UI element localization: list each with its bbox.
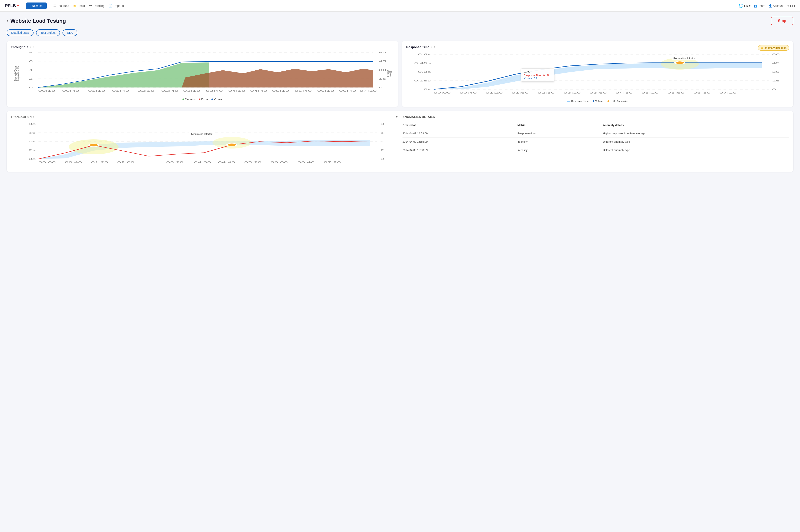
folder-icon: 📁 xyxy=(73,4,77,7)
svg-text:4: 4 xyxy=(380,140,384,143)
svg-text:60: 60 xyxy=(379,52,386,54)
anomaly-details-section: ANOMALIES DETAILS Created at Metric Anom… xyxy=(402,115,789,168)
cell-metric: Response time xyxy=(517,129,603,138)
table-body: 2014-04-03 14:58:09 Response time Higher… xyxy=(402,129,789,154)
svg-text:8: 8 xyxy=(380,123,384,125)
svg-text:15: 15 xyxy=(379,78,386,80)
back-button[interactable]: ‹ xyxy=(7,19,8,23)
table-row: 2014-04-03 14:58:09 Response time Higher… xyxy=(402,129,789,138)
col-details: Anomaly details xyxy=(603,122,789,129)
anomaly-detection-badge[interactable]: ⚙ anomaly detection xyxy=(758,45,789,51)
response-info-icon[interactable]: ? xyxy=(431,45,433,49)
team-label: Team xyxy=(758,4,765,7)
table-row: 2014-04-03 16:58:09 Intensity Different … xyxy=(402,138,789,146)
svg-text:02:30: 02:30 xyxy=(537,92,555,94)
svg-point-79 xyxy=(227,143,236,146)
response-time-chart: 0.6s 0.45s 0.3s 0.15s 0s 60 45 30 15 0 xyxy=(406,52,789,98)
svg-text:2: 2 xyxy=(29,78,33,80)
legend-response-vusers: VUsers xyxy=(593,100,603,103)
throughput-info-icon[interactable]: ? xyxy=(30,45,32,49)
header-right: 🌐 EN ▾ 👥 Team 👤 Account ↪ Exit xyxy=(739,3,795,8)
charts-row: Throughput ? ✦ 8 6 4 2 0 xyxy=(7,41,793,107)
throughput-loading-icon: ✦ xyxy=(33,45,35,49)
svg-text:03:50: 03:50 xyxy=(590,92,607,94)
transaction-select: TRANSACTION 2 ▾ xyxy=(11,115,398,118)
svg-text:0.45s: 0.45s xyxy=(414,62,431,64)
exit-link[interactable]: ↪ Exit xyxy=(787,4,795,7)
response-time-svg: 0.6s 0.45s 0.3s 0.15s 0s 60 45 30 15 0 xyxy=(406,52,789,98)
nav-reports[interactable]: 📄 Reports xyxy=(107,3,126,9)
language-selector[interactable]: 🌐 EN ▾ xyxy=(739,3,750,8)
svg-text:00:40: 00:40 xyxy=(62,90,79,92)
transaction-dropdown-icon[interactable]: ▾ xyxy=(396,115,398,118)
throughput-legend: Requests Errors VUsers xyxy=(11,98,394,101)
logo-text: PFLB xyxy=(5,3,16,8)
svg-text:05:10: 05:10 xyxy=(642,92,659,94)
svg-text:01:50: 01:50 xyxy=(512,92,529,94)
response-time-card: Response Time ? ✦ ⚙ anomaly detection xyxy=(402,41,793,107)
svg-text:00:40: 00:40 xyxy=(65,161,82,164)
page-title-area: ‹ Website Load Testing xyxy=(7,18,66,24)
tab-detailed-stats[interactable]: Detailed stats xyxy=(7,30,34,36)
tab-test-project[interactable]: Test project xyxy=(36,30,60,36)
svg-text:0.6s: 0.6s xyxy=(418,53,431,56)
header: PFLB+ + New test ☰ Test runs 📁 Tests 〜 T… xyxy=(0,0,800,12)
nav-tests[interactable]: 📁 Tests xyxy=(72,3,87,9)
svg-text:02:00: 02:00 xyxy=(117,161,134,164)
throughput-chart: 8 6 4 2 0 60 45 30 15 0 xyxy=(11,51,394,96)
svg-text:VUsers: VUsers xyxy=(385,70,393,77)
cell-metric: Intensity xyxy=(517,138,603,146)
legend-errors: Errors xyxy=(199,98,208,101)
page-content: ‹ Website Load Testing Stop Detailed sta… xyxy=(0,12,800,177)
transaction-svg: 8s 6s 4s 2s 0s 8 6 4 2 0 xyxy=(11,122,398,168)
errors-dot xyxy=(199,98,201,100)
trending-icon: 〜 xyxy=(89,4,92,8)
account-icon: 👤 xyxy=(768,4,772,7)
svg-text:0.15s: 0.15s xyxy=(414,80,431,82)
lang-label: EN xyxy=(744,4,748,7)
page-header: ‹ Website Load Testing Stop xyxy=(7,17,793,25)
response-loading-icon: ✦ xyxy=(434,45,436,49)
svg-text:02:10: 02:10 xyxy=(137,90,154,92)
anomaly-badge-icon: ⚙ xyxy=(761,46,763,50)
svg-text:8s: 8s xyxy=(28,123,36,125)
svg-text:15: 15 xyxy=(772,80,780,82)
account-link[interactable]: 👤 Account xyxy=(768,4,783,7)
flag-icon: 🌐 xyxy=(739,3,743,8)
response-legend: Response Time VUsers 63 Anomalies xyxy=(406,100,789,103)
nav-test-runs[interactable]: ☰ Test runs xyxy=(52,3,71,9)
new-test-button[interactable]: + New test xyxy=(26,2,47,9)
logo: PFLB+ xyxy=(5,3,19,8)
tab-sla[interactable]: SLA xyxy=(62,30,77,36)
svg-text:06:40: 06:40 xyxy=(297,161,315,164)
svg-text:00:10: 00:10 xyxy=(38,90,55,92)
chevron-down-icon: ▾ xyxy=(749,4,750,7)
svg-text:02:40: 02:40 xyxy=(161,90,178,92)
svg-text:07:20: 07:20 xyxy=(324,161,341,164)
svg-text:0: 0 xyxy=(379,87,382,89)
svg-text:60: 60 xyxy=(772,53,780,56)
table-header: Created at Metric Anomaly details xyxy=(402,122,789,129)
svg-text:04:40: 04:40 xyxy=(250,90,267,92)
cell-details: Different anomaly type xyxy=(603,138,789,146)
svg-text:04:00: 04:00 xyxy=(194,161,211,164)
svg-text:0: 0 xyxy=(29,87,33,89)
col-created-at: Created at xyxy=(402,122,517,129)
svg-text:0s: 0s xyxy=(423,88,431,91)
svg-text:05:20: 05:20 xyxy=(244,161,262,164)
anomaly-details-table: Created at Metric Anomaly details 2014-0… xyxy=(402,122,789,154)
svg-point-78 xyxy=(89,144,98,147)
exit-label: Exit xyxy=(790,4,795,7)
stop-button[interactable]: Stop xyxy=(771,17,793,25)
cell-details: Different anomaly type xyxy=(603,146,789,154)
svg-text:03:20: 03:20 xyxy=(166,161,184,164)
svg-text:4: 4 xyxy=(29,69,33,71)
team-link[interactable]: 👥 Team xyxy=(754,4,765,7)
table-header-row: Created at Metric Anomaly details xyxy=(402,122,789,129)
nav-trending[interactable]: 〜 Trending xyxy=(87,3,106,9)
transaction-label: TRANSACTION 2 xyxy=(11,115,34,118)
anomaly-details-title: ANOMALIES DETAILS xyxy=(402,115,789,118)
cell-created-at: 2014-04-03 14:58:09 xyxy=(402,129,517,138)
svg-text:01:20: 01:20 xyxy=(485,92,503,94)
svg-text:05:10: 05:10 xyxy=(272,90,289,92)
